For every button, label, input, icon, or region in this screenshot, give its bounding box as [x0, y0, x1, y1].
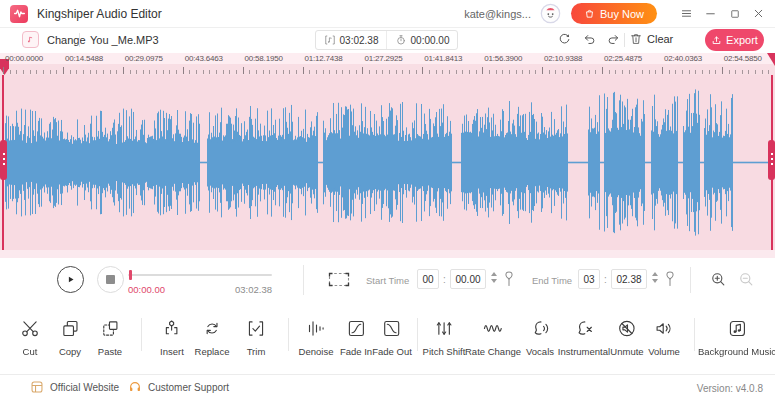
unmute-icon	[616, 317, 637, 340]
tool-pitch-shift[interactable]: Pitch Shift	[423, 317, 466, 357]
ruler-tick-minor	[469, 70, 470, 74]
ruler-tick-minor	[436, 70, 437, 74]
ruler-tick-minor	[336, 70, 337, 74]
zoom-out-icon[interactable]	[738, 271, 755, 288]
buy-now-button[interactable]: Buy Now	[571, 3, 657, 24]
ruler-tick-major	[303, 67, 304, 74]
account-email[interactable]: kate@kings...	[464, 8, 531, 20]
progress-bar[interactable]: 00:00.00 03:02.38	[128, 270, 272, 294]
end-time-label: End Time	[532, 275, 572, 286]
waveform-bottom-strip	[0, 250, 775, 258]
tool-copy[interactable]: Copy	[59, 317, 81, 357]
change-file[interactable]: Change	[22, 31, 97, 48]
user-avatar[interactable]	[540, 3, 561, 24]
ruler-tick-minor	[116, 70, 117, 74]
ruler-tick-minor	[289, 70, 290, 74]
end-pin-icon[interactable]	[663, 269, 677, 289]
ruler-tick-major	[3, 67, 4, 74]
elapsed-time: 00:00.00	[128, 284, 165, 295]
tool-rate-change[interactable]: Rate Change	[465, 317, 521, 357]
tool-instrumental[interactable]: Instrumental	[558, 317, 610, 357]
ruler-tick-minor	[256, 70, 257, 74]
ruler-label: 00:14.5488	[65, 54, 103, 63]
total-duration-value: 03:02.38	[340, 35, 379, 46]
tool-denoise[interactable]: Denoise	[299, 317, 334, 357]
tool-paste[interactable]: Paste	[98, 317, 122, 357]
ruler-label: 02:40.0363	[664, 54, 702, 63]
ruler-tick-minor	[130, 70, 131, 74]
timeline-ruler[interactable]: 00:00.000000:14.548800:29.097500:43.6463…	[0, 53, 775, 75]
tool-label: Rate Change	[465, 346, 521, 357]
maximize-icon[interactable]	[728, 7, 741, 20]
tool-insert[interactable]: Insert	[160, 317, 184, 357]
end-seconds-input[interactable]: 02.38	[611, 269, 647, 289]
customer-support-link[interactable]: Customer Support	[128, 380, 229, 394]
menu-icon[interactable]	[680, 7, 693, 20]
end-minutes-input[interactable]: 03	[578, 269, 600, 289]
ruler-tick-major	[662, 67, 663, 74]
close-icon[interactable]	[752, 7, 765, 20]
ruler-tick-minor	[149, 70, 150, 74]
official-website-link[interactable]: Official Website	[30, 380, 119, 394]
waveform-canvas[interactable]	[0, 75, 775, 250]
ruler-tick-minor	[50, 70, 51, 74]
tool-cut[interactable]: Cut	[20, 317, 41, 357]
play-button[interactable]	[57, 266, 84, 293]
ruler-tick-minor	[516, 70, 517, 74]
ruler-tick-minor	[755, 70, 756, 74]
tool-fade-out[interactable]: Fade Out	[372, 317, 412, 357]
ruler-tick-minor	[96, 70, 97, 74]
selection-tool-icon[interactable]	[328, 272, 350, 287]
tool-label: Insert	[160, 346, 184, 357]
shopping-bag-icon	[584, 8, 595, 19]
tool-unmute[interactable]: Unmute	[610, 317, 643, 357]
start-time-label: Start Time	[366, 275, 409, 286]
start-seconds-input[interactable]: 00.00	[450, 269, 486, 289]
ruler-tick-minor	[509, 70, 510, 74]
headset-icon	[128, 380, 142, 394]
ruler-tick-minor	[575, 70, 576, 74]
ruler-tick-minor	[83, 70, 84, 74]
selection-start-handle[interactable]	[0, 140, 7, 180]
support-label: Customer Support	[148, 382, 229, 393]
start-minutes-input[interactable]: 00	[417, 269, 439, 289]
ruler-tick-minor	[695, 70, 696, 74]
end-time-stepper[interactable]	[652, 272, 658, 283]
ruler-tick-minor	[189, 70, 190, 74]
stop-button[interactable]	[97, 266, 124, 293]
tool-background-music[interactable]: Background Music	[698, 317, 775, 357]
tool-replace[interactable]: Replace	[195, 317, 230, 357]
undo-icon[interactable]	[582, 32, 598, 48]
ruler-label: 00:43.6463	[185, 54, 223, 63]
progress-track	[128, 274, 272, 276]
edit-tools-bar: CutCopyPasteInsertReplaceTrimDenoiseFade…	[0, 304, 775, 374]
refresh-icon[interactable]	[557, 32, 573, 48]
selection-end-handle[interactable]	[768, 140, 775, 180]
tool-volume[interactable]: Volume	[648, 317, 680, 357]
clear-button[interactable]: Clear	[629, 32, 673, 46]
redo-icon[interactable]	[606, 32, 622, 48]
start-time-stepper[interactable]	[491, 272, 497, 283]
tool-trim[interactable]: Trim	[246, 317, 267, 357]
ruler-tick-minor	[156, 70, 157, 74]
buy-now-label: Buy Now	[600, 8, 644, 20]
tool-fade-in[interactable]: Fade In	[340, 317, 372, 357]
fade-out-icon	[381, 317, 402, 340]
export-button[interactable]: Export	[705, 29, 764, 51]
minimize-icon[interactable]	[704, 7, 717, 20]
start-pin-icon[interactable]	[502, 269, 516, 289]
ruler-tick-minor	[429, 70, 430, 74]
ruler-tick-minor	[649, 70, 650, 74]
tool-vocals[interactable]: Vocals	[526, 317, 554, 357]
stopwatch-icon	[395, 34, 407, 46]
app-title: Kingshiper Audio Editor	[37, 7, 162, 21]
zoom-in-icon[interactable]	[710, 271, 727, 288]
website-icon	[30, 380, 44, 394]
progress-knob[interactable]	[129, 270, 132, 280]
ruler-tick-minor	[669, 70, 670, 74]
ruler-label: 02:54.5850	[724, 54, 762, 63]
ruler-tick-minor	[595, 70, 596, 74]
ruler-tick-minor	[762, 70, 763, 74]
selection-end-marker[interactable]	[767, 53, 775, 66]
ruler-tick-minor	[715, 70, 716, 74]
